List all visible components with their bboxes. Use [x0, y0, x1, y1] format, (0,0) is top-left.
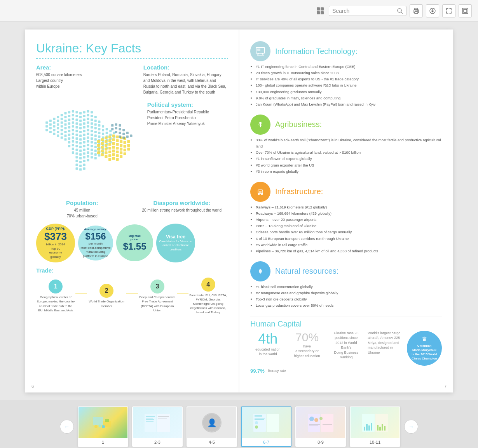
svg-rect-247 [122, 136, 125, 139]
svg-rect-177 [83, 160, 85, 162]
grid-view-icon[interactable] [315, 5, 326, 16]
political-label: Political system: [147, 101, 228, 108]
svg-rect-144 [79, 146, 82, 148]
next-button[interactable]: → [404, 420, 418, 434]
svg-rect-105 [79, 135, 82, 137]
svg-rect-230 [116, 154, 119, 157]
agri-bullet-3: #1 in sunflower oil exports globally [256, 156, 442, 162]
svg-rect-207 [116, 143, 119, 146]
svg-rect-39 [94, 116, 97, 118]
svg-rect-2 [317, 11, 320, 14]
main-area: Ukraine: Key Facts Area: 603,500 square … [0, 22, 478, 400]
political-section: Political system: Parliamentary-Presiden… [143, 101, 228, 127]
thumb-4-5[interactable]: 👤 4-5 [187, 406, 237, 447]
svg-rect-194 [101, 142, 104, 145]
it-bullets: #1 IT engineering force in Central and E… [250, 64, 442, 108]
svg-rect-281 [255, 419, 264, 420]
svg-rect-204 [105, 144, 107, 147]
svg-rect-284 [308, 414, 320, 432]
infra-title: Infrastructure: [275, 187, 323, 196]
svg-rect-234 [116, 158, 119, 161]
trade-desc-4: Free trade: EU, CIS, EFTA, FYROM, Georgi… [188, 293, 228, 315]
thumb-1-img [79, 407, 127, 438]
bigmac-value: $1.55 [123, 241, 146, 252]
bigmac-circle: Big Macprice: $1.55 [116, 224, 153, 261]
svg-rect-244 [122, 133, 125, 135]
svg-rect-225 [120, 151, 122, 154]
svg-rect-1 [321, 7, 324, 10]
thumb-6-7-label: 6-7 [242, 438, 291, 446]
svg-rect-98 [106, 132, 108, 134]
svg-rect-285 [321, 414, 333, 432]
expand-button[interactable] [459, 4, 472, 17]
svg-rect-116 [68, 137, 70, 140]
svg-rect-40 [45, 129, 48, 131]
svg-rect-11 [462, 8, 468, 14]
svg-point-9 [417, 10, 418, 11]
svg-rect-196 [108, 139, 111, 142]
svg-rect-275 [158, 416, 169, 417]
svg-rect-43 [57, 123, 59, 126]
infra-bullet-5: Odessa ports handle over 65 million tons… [256, 229, 442, 235]
thumbnail-strip: ← 1 [0, 400, 478, 448]
svg-rect-152 [72, 148, 74, 150]
svg-rect-53 [94, 120, 97, 122]
svg-rect-143 [75, 145, 78, 147]
trade-timeline: 1 Geographical center of Europe, making … [36, 278, 228, 315]
svg-rect-26 [45, 125, 48, 127]
svg-rect-63 [79, 123, 82, 126]
svg-rect-232 [108, 158, 111, 161]
thumb-6-7[interactable]: 6-7 [241, 406, 291, 447]
trade-desc-1: Geographical center of Europe, making th… [36, 295, 75, 313]
download-button[interactable] [426, 4, 439, 17]
natural-bullet-3: Top-3 iron ore deposits globally [256, 296, 442, 302]
svg-rect-295 [366, 424, 368, 431]
gdp-circle: GDP (PPP): $373 billion in 2014Top-50eco… [36, 224, 75, 262]
svg-rect-103 [72, 133, 74, 135]
gdp-value: $373 [44, 231, 67, 243]
it-bullet-7: Jan Koum (WhatsApp) and Max Levchin (Pay… [256, 101, 442, 108]
svg-rect-220 [101, 153, 104, 156]
thumb-8-9[interactable]: 8-9 [295, 406, 346, 447]
svg-rect-119 [79, 138, 82, 141]
svg-rect-46 [68, 119, 70, 121]
thumb-2-3[interactable]: 2-3 [132, 406, 183, 447]
svg-rect-27 [49, 123, 52, 126]
svg-rect-187 [105, 136, 107, 139]
svg-rect-279 [255, 415, 262, 417]
svg-rect-300 [382, 424, 383, 431]
search-input[interactable] [332, 8, 394, 14]
svg-rect-91 [79, 131, 82, 133]
svg-rect-166 [91, 152, 93, 155]
thumb-4-5-label: 4-5 [187, 438, 236, 446]
thumb-10-11-img [351, 407, 399, 438]
svg-rect-51 [87, 118, 89, 120]
hc-antonov-text: World's largest cargo aircraft, Antonov-… [368, 331, 403, 355]
prev-button[interactable]: ← [60, 420, 74, 434]
svg-rect-197 [112, 138, 115, 141]
top-section: Area: 603,500 square kilometersLargest c… [36, 64, 228, 194]
fullscreen-button[interactable] [442, 4, 455, 17]
it-title: Information Technology: [275, 47, 358, 56]
svg-rect-241 [122, 129, 125, 131]
svg-rect-236 [115, 123, 117, 126]
svg-rect-148 [94, 146, 97, 148]
human-capital-row: 4th educated nationin the world 70% have… [250, 331, 442, 366]
bigmac-label: Big Macprice: [129, 234, 141, 241]
svg-rect-227 [105, 155, 107, 158]
svg-rect-290 [309, 425, 318, 426]
salary-sublabel: per monthMost cost-competitive manufactu… [80, 242, 111, 258]
svg-rect-208 [120, 144, 122, 147]
svg-rect-134 [87, 140, 89, 142]
it-bullet-1: #1 IT engineering force in Central and E… [256, 64, 442, 70]
svg-rect-153 [75, 149, 78, 151]
thumb-10-11[interactable]: 10-11 [350, 406, 400, 447]
svg-rect-157 [91, 149, 93, 151]
print-button[interactable] [410, 4, 423, 17]
trade-circle-3: 3 [150, 280, 164, 293]
diaspora-label: Diaspora worldwide: [136, 200, 228, 206]
svg-rect-199 [120, 140, 122, 143]
thumb-1[interactable]: 1 [78, 406, 128, 447]
literacy-row: 99.7% literacy rate [250, 368, 442, 374]
svg-rect-123 [94, 138, 97, 141]
